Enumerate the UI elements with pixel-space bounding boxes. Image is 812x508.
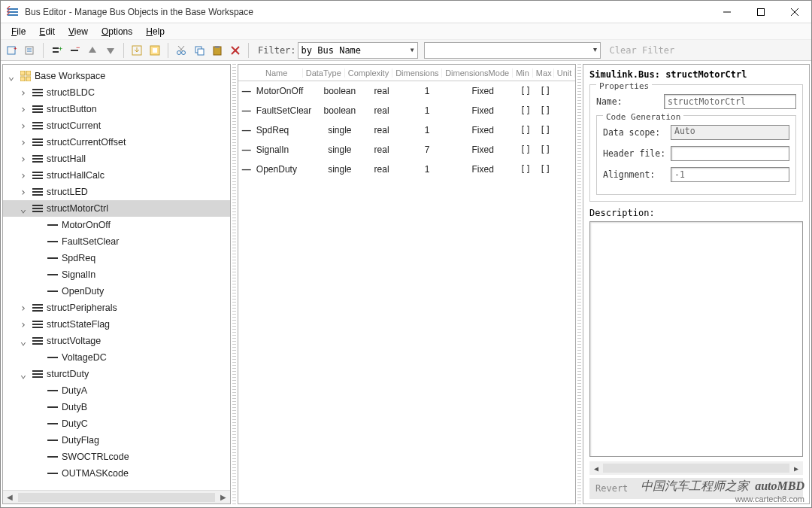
filter-mode-select[interactable]: by Bus Name bbox=[298, 42, 418, 59]
paste-icon[interactable] bbox=[209, 42, 226, 59]
header-input[interactable] bbox=[671, 146, 789, 161]
expand-icon[interactable]: › bbox=[18, 87, 29, 99]
tree-item-structCurrentOffset[interactable]: › structCurrentOffset bbox=[3, 134, 230, 151]
splitter-left[interactable] bbox=[232, 64, 236, 504]
tree-item-OpenDuty[interactable]: OpenDuty bbox=[3, 283, 230, 300]
add-item-icon[interactable]: + bbox=[48, 42, 65, 59]
tree-item-structHallCalc[interactable]: › structHallCalc bbox=[3, 167, 230, 184]
cut-icon[interactable] bbox=[173, 42, 189, 59]
maximize-button[interactable] bbox=[744, 1, 777, 23]
import-icon[interactable] bbox=[129, 42, 145, 59]
toolbar: + + − Filter: by Bus Name Clear Filter bbox=[1, 40, 811, 61]
copy-icon[interactable] bbox=[191, 42, 208, 59]
props-hscroll[interactable]: ◀▶ bbox=[589, 461, 803, 475]
scope-select[interactable]: Auto bbox=[671, 125, 789, 140]
close-button[interactable] bbox=[777, 1, 811, 23]
new-element-icon[interactable] bbox=[22, 42, 38, 59]
signal-icon bbox=[47, 434, 59, 446]
expand-icon[interactable]: › bbox=[18, 153, 29, 165]
delete-icon[interactable] bbox=[227, 42, 244, 59]
move-up-icon[interactable] bbox=[84, 42, 101, 59]
bus-icon bbox=[32, 368, 44, 380]
table-row[interactable]: — SpdReq single real 1 Fixed [] [] bbox=[238, 120, 575, 140]
tree-item-structBLDC[interactable]: › structBLDC bbox=[3, 84, 230, 101]
splitter-right[interactable] bbox=[577, 64, 581, 504]
minimize-button[interactable] bbox=[710, 1, 744, 23]
col-complexity[interactable]: Complexity bbox=[345, 68, 392, 78]
tree-item-VoltageDC[interactable]: VoltageDC bbox=[3, 349, 230, 366]
tree-item-structCurrent[interactable]: › structCurrent bbox=[3, 117, 230, 134]
col-name[interactable]: Name bbox=[250, 68, 302, 78]
window-title: Bus Editor - Manage Bus Objects in the B… bbox=[25, 7, 710, 17]
props-title: Simulink.Bus: structMotorCtrl bbox=[589, 69, 803, 80]
tree-item-structVoltage[interactable]: ⌄ structVoltage bbox=[3, 333, 230, 349]
tree-item-structLED[interactable]: › structLED bbox=[3, 184, 230, 200]
table-row[interactable]: — FaultSetClear boolean real 1 Fixed [] … bbox=[238, 101, 575, 120]
tree-item-SpdReq[interactable]: SpdReq bbox=[3, 250, 230, 266]
svg-rect-25 bbox=[198, 49, 204, 55]
expand-icon[interactable]: › bbox=[18, 120, 29, 132]
tree-root[interactable]: ⌄ Base Workspace bbox=[3, 68, 230, 84]
remove-item-icon[interactable]: − bbox=[66, 42, 83, 59]
move-down-icon[interactable] bbox=[102, 42, 119, 59]
expand-icon[interactable]: › bbox=[18, 103, 29, 115]
expand-icon[interactable]: ⌄ bbox=[18, 335, 29, 347]
workspace-tree[interactable]: ⌄ Base Workspace › structBLDC › structBu… bbox=[3, 65, 230, 490]
tree-item-sturctDuty[interactable]: ⌄ sturctDuty bbox=[3, 366, 230, 382]
align-input[interactable] bbox=[671, 167, 789, 182]
svg-point-20 bbox=[177, 50, 181, 54]
expand-icon[interactable]: › bbox=[18, 318, 29, 330]
svg-rect-4 bbox=[757, 8, 764, 15]
svg-rect-32 bbox=[20, 77, 25, 81]
menu-help[interactable]: Help bbox=[140, 25, 171, 38]
bus-icon bbox=[32, 318, 44, 330]
tree-item-MotorOnOff[interactable]: MotorOnOff bbox=[3, 217, 230, 233]
tree-item-OUTMASKcode[interactable]: OUTMASKcode bbox=[3, 465, 230, 482]
revert-button[interactable]: Revert bbox=[595, 483, 628, 494]
tree-item-structButton[interactable]: › structButton bbox=[3, 101, 230, 117]
description-textarea[interactable] bbox=[589, 221, 803, 457]
svg-text:+: + bbox=[59, 45, 62, 53]
table-row[interactable]: — SignalIn single real 7 Fixed [] [] bbox=[238, 140, 575, 160]
new-bus-icon[interactable]: + bbox=[4, 42, 20, 59]
table-row[interactable]: — MotorOnOff boolean real 1 Fixed [] [] bbox=[238, 81, 575, 101]
export-icon[interactable] bbox=[147, 42, 163, 59]
menu-edit[interactable]: Edit bbox=[33, 25, 61, 38]
table-row[interactable]: — OpenDuty single real 1 Fixed [] [] bbox=[238, 160, 575, 179]
tree-item-structStateFlag[interactable]: › structStateFlag bbox=[3, 316, 230, 333]
tree-item-structMotorCtrl[interactable]: ⌄ structMotorCtrl bbox=[3, 200, 230, 217]
col-max[interactable]: Max bbox=[533, 68, 554, 78]
col-datatype[interactable]: DataType bbox=[303, 68, 345, 78]
tree-item-structHall[interactable]: › structHall bbox=[3, 151, 230, 167]
tree-item-SWOCTRLcode[interactable]: SWOCTRLcode bbox=[3, 449, 230, 465]
col-dimmode[interactable]: DimensionsMode bbox=[442, 68, 513, 78]
tree-item-DutyA[interactable]: DutyA bbox=[3, 382, 230, 399]
tree-item-DutyFlag[interactable]: DutyFlag bbox=[3, 432, 230, 449]
menu-view[interactable]: View bbox=[62, 25, 94, 38]
tree-item-DutyC[interactable]: DutyC bbox=[3, 415, 230, 432]
col-unit[interactable]: Unit bbox=[554, 68, 575, 78]
tree-item-DutyB[interactable]: DutyB bbox=[3, 399, 230, 415]
collapse-icon[interactable]: ⌄ bbox=[6, 70, 17, 82]
tree-hscroll[interactable]: ◀▶ bbox=[3, 490, 230, 503]
tree-item-FaultSetClear[interactable]: FaultSetClear bbox=[3, 233, 230, 250]
expand-icon[interactable]: ⌄ bbox=[18, 202, 29, 214]
scope-label: Data scope: bbox=[603, 127, 671, 138]
expand-icon[interactable]: › bbox=[18, 136, 29, 148]
menu-options[interactable]: Options bbox=[95, 25, 138, 38]
clear-filter-button[interactable]: Clear Filter bbox=[610, 45, 675, 56]
tree-item-SignalIn[interactable]: SignalIn bbox=[3, 266, 230, 283]
props-fieldset: Properties Name: Code Generation Data sc… bbox=[589, 84, 803, 202]
col-dimensions[interactable]: Dimensions bbox=[392, 68, 442, 78]
signal-icon bbox=[47, 285, 59, 297]
col-min[interactable]: Min bbox=[513, 68, 533, 78]
expand-icon[interactable]: › bbox=[18, 169, 29, 181]
signal-icon bbox=[47, 401, 59, 413]
menu-file[interactable]: File bbox=[5, 25, 32, 38]
expand-icon[interactable]: › bbox=[18, 186, 29, 198]
expand-icon[interactable]: › bbox=[18, 302, 29, 314]
expand-icon[interactable]: ⌄ bbox=[18, 368, 29, 380]
name-input[interactable] bbox=[664, 94, 796, 109]
filter-input[interactable] bbox=[424, 42, 601, 59]
tree-item-structPeripherals[interactable]: › structPeripherals bbox=[3, 300, 230, 316]
